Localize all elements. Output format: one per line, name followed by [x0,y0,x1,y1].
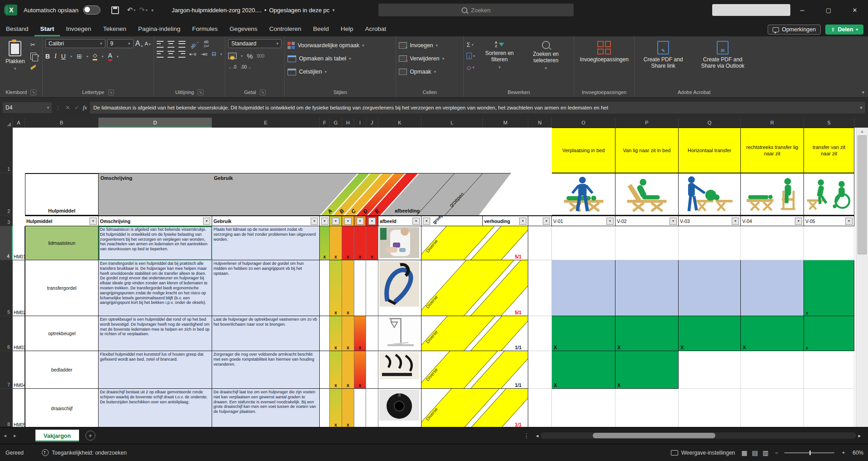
filter-icon[interactable]: ▾ [795,218,802,225]
v-code-cell[interactable]: V-05▾ [804,215,854,226]
grade-cell[interactable]: x [342,351,354,389]
align-right-button[interactable] [179,51,185,58]
italic-button[interactable]: I [55,53,57,60]
gebruik-cell[interactable]: Zorgvrager die nog over voldoende armkra… [212,351,320,389]
hulpmiddel-name-cell[interactable]: bedladder [25,351,99,389]
empty-cell[interactable] [528,173,552,215]
filter-groepen[interactable]: groep.▾ [422,215,483,226]
omschrijving-cell[interactable]: De lidmaatsteun is afgeleid van het beke… [99,226,212,260]
wrap-text-button[interactable]: abc↵ [204,40,209,48]
dialog-launcher-icon[interactable]: ⇘ [30,89,36,95]
dialog-launcher-icon[interactable]: ⇘ [260,89,266,95]
grade-cell[interactable] [354,260,366,316]
v-code-cell[interactable]: V-04▾ [741,215,804,226]
transfer-mark-cell[interactable] [741,389,804,427]
tab-pagina-indeling[interactable]: Pagina-indeling [132,22,186,36]
grade-cell[interactable]: x [330,389,342,427]
expand-formula-bar-icon[interactable]: ▾ [860,104,863,111]
product-photo[interactable] [378,351,422,389]
groepen-verhouding-cell[interactable]: Diverse5/1 [422,260,528,316]
grade-cell[interactable] [354,389,366,427]
borders-button[interactable]: ⊞ [77,53,82,60]
transfer-mark-cell[interactable] [552,260,615,316]
align-bottom-button[interactable] [179,41,185,48]
filter-icon[interactable]: ▾ [423,218,430,225]
vertical-scrollbar[interactable]: ▴ [856,128,868,427]
groepen-verhouding-cell[interactable]: Diverse1/1 [422,389,528,427]
filter-icon[interactable]: ▾ [344,218,352,225]
product-photo[interactable] [378,389,422,427]
create-pdf-outlook-button[interactable]: ✉ Create PDF and Share via Outlook [695,39,750,71]
transfer-mark-cell[interactable]: X [615,351,679,389]
filter-icon[interactable]: ▾ [321,218,328,225]
copy-button[interactable]: ▾ [30,51,40,60]
row-id-cell[interactable]: HM02 [13,260,25,316]
shrink-font-button[interactable]: A▾ [144,41,150,46]
tab-gegevens[interactable]: Gegevens [223,22,263,36]
next-sheet-icon[interactable]: ▸ [10,432,20,439]
product-photo[interactable] [378,316,422,351]
grade-cell[interactable] [366,316,378,351]
grade-cell[interactable]: x [342,260,354,316]
insert-cells-button[interactable]: ＋Invoegen▾ [399,40,461,51]
tab-formules[interactable]: Formules [186,22,223,36]
minimize-button[interactable]: ─ [789,0,815,20]
tab-start[interactable]: Start [35,22,60,36]
cut-button[interactable]: ✂ [30,40,40,49]
filter-hulpmiddel[interactable]: Hulpmiddel▾ [25,215,99,226]
vertical-scroll-thumb[interactable] [858,135,867,254]
filter-icon[interactable]: ▾ [412,218,420,225]
filter-letter-col[interactable]: ▾ [342,215,354,226]
number-format-select[interactable]: Standaard▾ [228,39,282,48]
transfer-mark-cell[interactable] [552,226,615,260]
column-header-D[interactable]: D [99,118,212,128]
conditional-formatting-button[interactable]: Voorwaardelijke opmaak▾ [288,40,393,51]
filter-icon[interactable]: ▾ [606,218,614,225]
page-layout-view-icon[interactable]: ▤ [752,449,758,456]
empty-cell[interactable] [528,260,552,316]
gebruik-cell[interactable]: Laat de hulpvrager de optrekbeugel vastn… [212,316,320,351]
gebruik-cell[interactable]: De draaischijf laat toe om een hulpvrage… [212,389,320,427]
clear-button[interactable]: ◇▾ [466,63,475,72]
font-color-button[interactable]: A [108,52,112,61]
addins-button[interactable]: Invoegtoepassingen [577,39,631,64]
filter-icon[interactable]: ▾ [203,218,210,225]
gebruik-cell[interactable]: Hulpverlener of hulpvrager doet de gorde… [212,260,320,316]
normal-view-icon[interactable]: ▦ [741,449,747,456]
v-code-cell[interactable]: V-03▾ [679,215,741,226]
transfer-header[interactable]: Horizontaal transfer [679,128,741,173]
tab-beeld[interactable]: Beeld [307,22,335,36]
align-top-button[interactable] [157,41,164,48]
decrease-decimal-button[interactable]: .00→ [240,64,251,69]
decrease-indent-button[interactable]: ⇤≡ [189,51,197,57]
tab-acrobat[interactable]: Acrobat [359,22,392,36]
v-code-cell[interactable]: V-01▾ [552,215,615,226]
autosave-toggle[interactable] [83,5,100,15]
grade-cell[interactable] [320,316,330,351]
filter-icon[interactable]: ▾ [311,218,318,225]
column-header-P[interactable]: P [615,118,679,128]
zoom-slider[interactable] [784,452,834,453]
filter-icon[interactable]: ▾ [543,218,550,225]
comma-style-button[interactable]: 000 [257,54,264,59]
filter-verhouding[interactable]: verhouding▾ [483,215,528,226]
row-header-2[interactable]: 2 [0,173,13,215]
row-header-8[interactable]: 8 [0,389,13,427]
transfer-mark-cell[interactable]: X [679,316,741,351]
row-id-cell[interactable]: HM01 [13,226,25,260]
column-header-B[interactable]: B [25,118,99,128]
format-cells-button[interactable]: Opmaak▾ [399,66,461,77]
comments-button[interactable]: Opmerkingen [768,25,821,35]
insert-function-icon[interactable]: fx [83,104,87,111]
row-header-6[interactable]: 6 [0,316,13,351]
add-sheet-button[interactable]: ＋ [85,431,95,441]
transfer-mark-cell[interactable] [741,351,804,389]
create-pdf-share-link-button[interactable]: ✎ Create PDF and Share link [638,39,689,71]
transfer-mark-cell[interactable]: X [615,316,679,351]
paste-button[interactable]: Plakken▾ [3,39,28,73]
transfer-mark-cell[interactable] [804,226,854,260]
cell-styles-button[interactable]: Celstijlen▾ [288,66,393,77]
grade-cell[interactable]: x [330,260,342,316]
hulpmiddel-header[interactable]: Hulpmiddel [25,173,99,215]
excel-app-icon[interactable]: X [5,5,17,15]
